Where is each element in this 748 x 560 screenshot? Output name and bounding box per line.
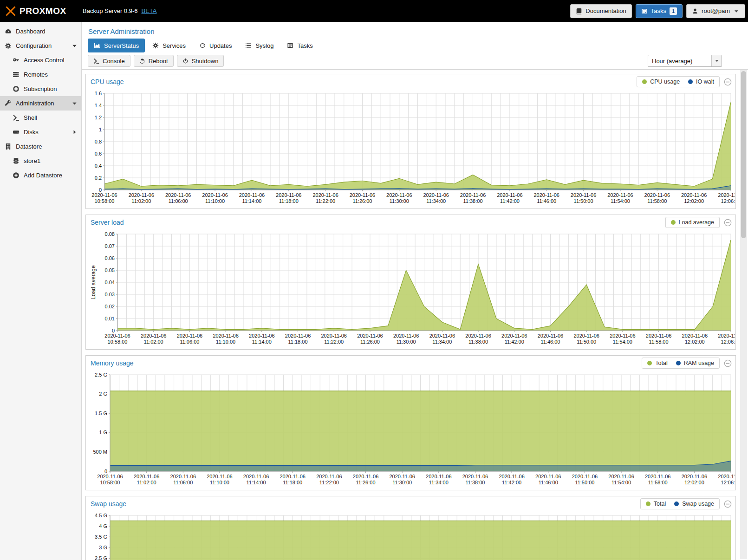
sidebar-item-store1[interactable]: store1 — [0, 154, 81, 168]
svg-text:2020-11-06: 2020-11-06 — [249, 333, 274, 339]
sidebar-item-configuration[interactable]: Configuration — [0, 39, 81, 53]
svg-text:2020-11-06: 2020-11-06 — [610, 333, 635, 339]
svg-text:2020-11-06: 2020-11-06 — [141, 333, 166, 339]
panel-tools-memory: TotalRAM usage — [642, 358, 732, 369]
legend-load: Load average — [665, 217, 720, 228]
legend-item[interactable]: Total — [646, 501, 666, 507]
legend-item[interactable]: Swap usage — [674, 501, 714, 507]
svg-text:2020-11-06: 2020-11-06 — [353, 474, 378, 479]
sidebar-item-label: Configuration — [16, 42, 52, 49]
vertical-scrollbar[interactable] — [740, 70, 747, 559]
legend-dot — [676, 361, 681, 365]
svg-text:11:06:00: 11:06:00 — [180, 339, 199, 345]
collapse-panel-icon[interactable] — [724, 359, 732, 367]
svg-text:12:02:00: 12:02:00 — [684, 480, 704, 485]
svg-text:10:58:00: 10:58:00 — [95, 198, 115, 204]
svg-text:2020-11-06: 2020-11-06 — [426, 474, 451, 479]
scrollbar-thumb[interactable] — [741, 71, 746, 238]
legend-memory: TotalRAM usage — [642, 358, 720, 369]
svg-text:11:10:00: 11:10:00 — [205, 198, 225, 204]
sidebar-item-dashboard[interactable]: Dashboard — [0, 24, 81, 39]
sidebar-item-remotes[interactable]: Remotes — [0, 67, 81, 82]
documentation-button[interactable]: Documentation — [570, 4, 631, 18]
shutdown-button[interactable]: Shutdown — [177, 55, 224, 67]
sidebar-item-datastore[interactable]: Datastore — [0, 139, 81, 154]
svg-text:11:06:00: 11:06:00 — [169, 198, 188, 204]
legend-label: RAM usage — [684, 360, 714, 366]
refresh-icon — [199, 42, 206, 49]
collapse-panel-icon[interactable] — [724, 78, 732, 86]
sidebar-item-label: Add Datastore — [24, 172, 62, 179]
product-title: Backup Server 0.9-6 — [83, 7, 138, 14]
reboot-label: Reboot — [149, 58, 168, 65]
tab-serverstatus[interactable]: ServerStatus — [88, 39, 145, 52]
tasks-count-badge: 1 — [670, 7, 677, 15]
svg-text:11:54:00: 11:54:00 — [613, 339, 632, 345]
chevron-right-icon[interactable] — [71, 129, 78, 136]
sidebar-item-administration[interactable]: Administration — [0, 96, 81, 111]
sidebar-item-subscription[interactable]: Subscription — [0, 82, 81, 96]
svg-text:11:10:00: 11:10:00 — [210, 480, 229, 485]
svg-text:11:26:00: 11:26:00 — [356, 480, 376, 485]
timeframe-trigger[interactable] — [711, 55, 722, 66]
wrench-icon — [5, 100, 12, 107]
svg-text:10:58:00: 10:58:00 — [108, 339, 128, 345]
svg-text:2020-11-06: 2020-11-06 — [465, 333, 491, 339]
beta-link[interactable]: BETA — [142, 7, 157, 14]
legend-item[interactable]: Total — [647, 360, 667, 366]
chart-area-icon — [94, 42, 100, 49]
svg-text:10:58:00: 10:58:00 — [100, 480, 120, 485]
svg-text:2020-11-06: 2020-11-06 — [535, 474, 561, 479]
legend-dot — [647, 361, 652, 365]
svg-text:0.01: 0.01 — [105, 316, 115, 321]
shutdown-label: Shutdown — [192, 58, 219, 65]
sidebar-item-shell[interactable]: Shell — [0, 111, 81, 125]
tab-tasks[interactable]: Tasks — [281, 39, 319, 52]
svg-text:0.6: 0.6 — [95, 151, 102, 156]
tab-updates[interactable]: Updates — [193, 39, 238, 52]
svg-text:2020-11-06: 2020-11-06 — [357, 333, 383, 339]
sidebar-item-access-control[interactable]: Access Control — [0, 53, 81, 67]
user-menu-button[interactable]: root@pam — [686, 4, 745, 18]
svg-text:0.8: 0.8 — [95, 139, 102, 144]
svg-text:11:58:00: 11:58:00 — [648, 480, 668, 485]
svg-text:2 G: 2 G — [99, 391, 107, 397]
svg-text:2020-11-06: 2020-11-06 — [681, 192, 707, 198]
svg-text:2020-11-06: 2020-11-06 — [104, 333, 130, 339]
gear-icon — [5, 42, 12, 49]
tab-services[interactable]: Services — [146, 39, 192, 52]
legend-item[interactable]: RAM usage — [676, 360, 714, 366]
legend-item[interactable]: IO wait — [688, 78, 714, 85]
legend-label: Swap usage — [682, 501, 714, 507]
tab-syslog[interactable]: Syslog — [239, 39, 280, 52]
timeframe-select[interactable]: Hour (average) — [648, 55, 722, 67]
svg-text:2020-11-06: 2020-11-06 — [239, 192, 265, 198]
panel-title-load: Server load — [91, 219, 124, 226]
svg-text:2020-11-06: 2020-11-06 — [316, 474, 342, 479]
collapse-panel-icon[interactable] — [724, 500, 732, 508]
sidebar-item-add-datastore[interactable]: Add Datastore — [0, 168, 81, 182]
chevron-down-icon[interactable] — [71, 42, 78, 49]
svg-text:12:02:00: 12:02:00 — [684, 198, 704, 204]
sidebar-item-disks[interactable]: Disks — [0, 125, 81, 139]
svg-text:1.6: 1.6 — [95, 91, 102, 96]
collapse-panel-icon[interactable] — [724, 219, 732, 227]
legend-dot — [642, 79, 647, 84]
chevron-down-icon[interactable] — [71, 100, 78, 107]
svg-text:11:26:00: 11:26:00 — [360, 339, 380, 345]
svg-text:2020-11-06: 2020-11-06 — [134, 474, 159, 479]
svg-text:11:06:00: 11:06:00 — [173, 480, 193, 485]
tasks-button[interactable]: Tasks 1 — [636, 4, 683, 18]
svg-text:2020-11-06: 2020-11-06 — [645, 474, 670, 479]
toolbar: ConsoleRebootShutdown Hour (average) — [82, 52, 748, 70]
panel-header-memory: Memory usageTotalRAM usage — [86, 356, 735, 370]
svg-text:11:02:00: 11:02:00 — [144, 339, 163, 345]
console-button[interactable]: Console — [88, 55, 130, 67]
legend-item[interactable]: CPU usage — [642, 78, 680, 85]
svg-text:11:46:00: 11:46:00 — [539, 480, 558, 485]
svg-text:2020-11-06: 2020-11-06 — [718, 333, 735, 339]
legend-item[interactable]: Load average — [671, 219, 714, 226]
panel-memory: Memory usageTotalRAM usage0500 M1 G1.5 G… — [85, 355, 736, 490]
reboot-button[interactable]: Reboot — [134, 55, 174, 67]
svg-text:2020-11-06: 2020-11-06 — [572, 474, 598, 479]
